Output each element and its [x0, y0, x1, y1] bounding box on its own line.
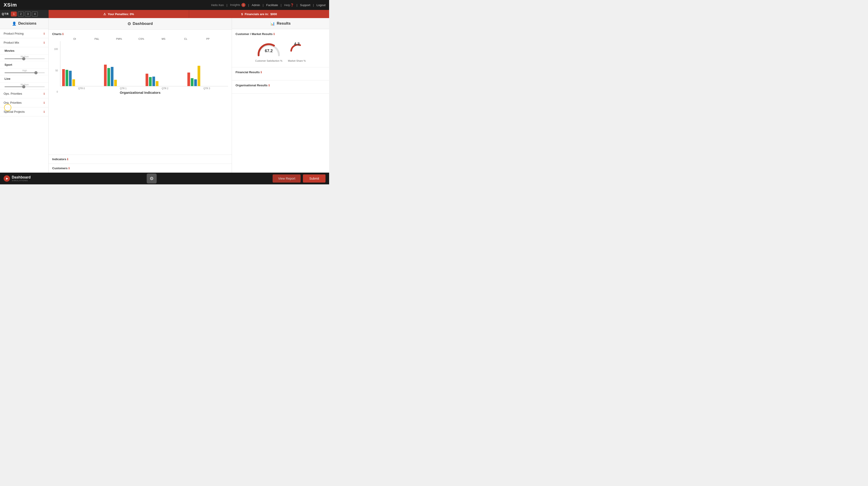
customer-satisfaction-gauge: 67.2: [256, 41, 281, 58]
view-report-button[interactable]: View Report: [273, 174, 301, 183]
footer-play-button[interactable]: ▶: [4, 175, 10, 182]
logout-link[interactable]: Logout: [316, 3, 326, 7]
sidebar-item-product-mix[interactable]: Product Mix ℹ: [0, 38, 49, 47]
chart-title: Organizational Indicators: [52, 91, 228, 94]
settings-button[interactable]: ⚙: [147, 173, 157, 184]
results-icon: 📊: [270, 22, 275, 26]
qtr-label: QTR: [2, 12, 9, 15]
live-slider-track: [4, 86, 45, 87]
ms-value: 4.3: [294, 42, 300, 46]
sidebar-subitem-live[interactable]: Live: [0, 75, 49, 83]
results-panel: 📊 Results Customer / Market Results ℹ: [232, 18, 329, 173]
qtr-btn-1[interactable]: 1: [11, 11, 17, 17]
nav-divider: |: [263, 3, 264, 7]
bar-qtr2-red: [146, 74, 148, 86]
financial-icon: $: [241, 12, 243, 16]
movies-slider-thumb[interactable]: [22, 57, 25, 60]
financial-title: Financial Results ℹ: [236, 70, 326, 74]
footer-brand: ▶ Dashboard Simulations: [4, 175, 31, 182]
live-slider-fill: [4, 86, 25, 87]
sidebar-subitem-sport[interactable]: Sport: [0, 61, 49, 68]
financial-info-icon: ℹ: [260, 71, 262, 74]
customers-section[interactable]: Customers ℹ: [49, 164, 232, 173]
financial-bar: $ Financials are in: $000: [189, 10, 329, 18]
sidebar-item-ops-priorities[interactable]: Ops. Priorities ℹ: [0, 89, 49, 98]
bar-qtr1-red: [104, 65, 107, 86]
play-icon: ▶: [6, 177, 8, 180]
nav-divider: |: [248, 3, 249, 7]
sidebar-subitem-movies[interactable]: Movies: [0, 47, 49, 55]
penalty-bar: ⚠ Your Penalties: 0%: [49, 10, 189, 18]
cs-value: 67.2: [265, 48, 273, 53]
live-slider-container: Medium: [0, 83, 49, 89]
sidebar-item-org-priorities[interactable]: Org. Priorities ℹ: [0, 98, 49, 107]
header-row2: QTR 1 2 3 4 ⚠ Your Penalties: 0% $ Finan…: [0, 10, 329, 18]
sport-slider-track: [4, 72, 45, 73]
sidebar-item-product-pricing[interactable]: Product Pricing ℹ: [0, 29, 49, 38]
sport-slider-thumb[interactable]: [34, 71, 37, 74]
submit-button[interactable]: Submit: [303, 174, 326, 183]
organisational-section: Organisational Results ℹ: [232, 80, 329, 94]
facilitate-link[interactable]: Facilitate: [266, 3, 278, 7]
sidebar: 👤 Decisions Product Pricing ℹ Product Mi…: [0, 18, 49, 173]
special-projects-info-icon: ℹ: [43, 110, 45, 114]
sidebar-item-special-projects[interactable]: Special Projects ℹ: [0, 107, 49, 116]
results-title: Results: [277, 21, 290, 26]
movies-slider-container: Medium: [0, 55, 49, 61]
nav-divider: |: [226, 3, 227, 7]
bar-qtr1-green: [107, 68, 110, 86]
market-share-metric: 4.3 Market Share %: [288, 41, 306, 62]
qtr-btn-4[interactable]: 4: [32, 11, 38, 17]
bar-group-qtr1: [104, 65, 143, 86]
penalty-icon: ⚠: [103, 12, 106, 16]
sport-slider-container: High: [0, 68, 49, 75]
qtr-btn-2[interactable]: 2: [18, 11, 24, 17]
indicators-section[interactable]: Indicators ℹ: [49, 155, 232, 164]
organisational-info-icon: ℹ: [269, 84, 270, 87]
nav-divider: |: [297, 3, 297, 7]
cs-label: Customer Satisfaction %: [255, 59, 282, 62]
insights-link[interactable]: Insights 5: [230, 3, 246, 7]
nav-divider: |: [281, 3, 281, 7]
dashboard-panel: ⊙ Dashboard Charts ℹ OI P&L PM% CS% MS C…: [49, 18, 232, 173]
charts-info-icon: ℹ: [62, 33, 64, 36]
bars-wrapper: QTR 0 QTR 1 QTR 2 QTR 3: [52, 41, 228, 90]
help-link[interactable]: Help❓: [284, 3, 294, 7]
admin-link[interactable]: Admin: [252, 3, 260, 7]
movies-slider-fill: [4, 58, 25, 59]
bar-qtr2-green: [149, 77, 152, 86]
chart-area: OI P&L PM% CS% MS CL PP 100 50 0: [49, 37, 232, 155]
results-header: 📊 Results: [232, 18, 329, 29]
customer-market-info-icon: ℹ: [274, 33, 275, 36]
market-share-gauge: 4.3: [288, 41, 306, 58]
nav-links: Hello Ken | Insights 5 | Admin | Facilit…: [211, 3, 326, 7]
gear-icon: ⚙: [150, 176, 154, 181]
movies-slider-track: [4, 58, 45, 59]
qtr-section: QTR 1 2 3 4: [0, 10, 49, 18]
qtr-btn-3[interactable]: 3: [25, 11, 31, 17]
financial-section: Financial Results ℹ: [232, 67, 329, 80]
footer-actions: View Report Submit: [273, 174, 326, 183]
bar-group-qtr0: [62, 69, 101, 86]
bar-group-qtr2: [146, 74, 185, 86]
footer-brand-sub: Simulations: [12, 180, 31, 182]
bar-qtr1-yellow: [114, 80, 117, 86]
chart-y-axis: 100 50 0: [52, 48, 59, 93]
product-pricing-info-icon: ℹ: [43, 32, 45, 35]
financial-label: Financials are in: $000: [245, 12, 277, 16]
bar-qtr0-yellow: [72, 79, 75, 86]
greeting: Hello Ken: [211, 3, 224, 7]
person-icon: 👤: [12, 22, 17, 26]
app-logo: XSim: [4, 2, 17, 8]
live-slider-thumb[interactable]: [22, 85, 25, 88]
customer-satisfaction-metric: 67.2 Customer Satisfaction %: [255, 41, 282, 62]
financial-value: $000: [270, 12, 277, 16]
org-priorities-info-icon: ℹ: [43, 101, 45, 104]
sidebar-title: Decisions: [18, 21, 36, 26]
alerts-section: ⚠ Your Penalties: 0% $ Financials are in…: [49, 10, 329, 18]
bar-qtr0-red: [62, 69, 65, 86]
customers-info-icon: ℹ: [68, 167, 70, 170]
bar-qtr3-green: [191, 78, 193, 86]
footer-center: ⚙: [147, 173, 157, 184]
support-link[interactable]: Support: [300, 3, 310, 7]
